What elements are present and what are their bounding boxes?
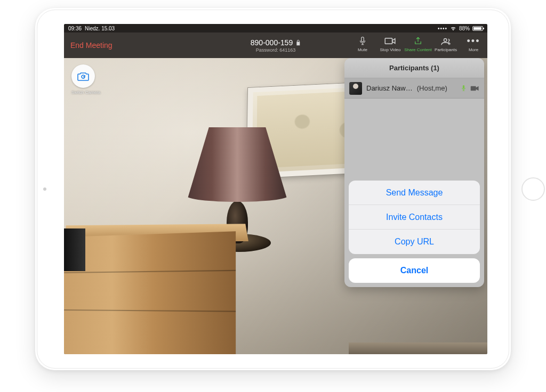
participant-row[interactable]: Dariusz Naw… (Host,me) <box>344 78 484 99</box>
status-date: Niedz. 15.03 <box>85 26 115 31</box>
more-icon: ••• <box>468 36 479 46</box>
more-button[interactable]: ••• More <box>460 36 487 52</box>
action-sheet: Send Message Invite Contacts Copy URL Ca… <box>349 181 480 283</box>
participants-panel: Participants (1) Dariusz Naw… (Host,me) … <box>344 58 484 287</box>
participant-name: Dariusz Naw… <box>366 84 413 92</box>
ipad-frame: 09:36 Niedz. 15.03 •••• 88% End Meeting … <box>35 8 511 370</box>
microphone-active-icon <box>460 84 467 92</box>
switch-camera-button[interactable] <box>71 64 95 88</box>
participants-panel-title: Participants (1) <box>344 58 484 78</box>
stop-video-button[interactable]: Stop Video <box>376 36 404 52</box>
lock-icon <box>296 39 301 46</box>
send-message-option[interactable]: Send Message <box>349 181 480 205</box>
more-label: More <box>469 47 478 52</box>
cellular-dots-icon: •••• <box>438 26 447 31</box>
screen: 09:36 Niedz. 15.03 •••• 88% End Meeting … <box>64 24 487 354</box>
mute-button[interactable]: Mute <box>349 36 376 52</box>
switch-camera-icon <box>77 71 90 81</box>
participants-label: Participants <box>435 47 457 52</box>
avatar <box>349 82 362 95</box>
mute-label: Mute <box>358 47 367 52</box>
camera-status-icon <box>470 85 479 92</box>
dresser <box>64 231 236 354</box>
cancel-button[interactable]: Cancel <box>349 258 480 283</box>
microphone-icon <box>357 36 368 46</box>
meeting-password: Password: 641163 <box>251 47 301 53</box>
home-button[interactable] <box>521 177 545 201</box>
share-content-button[interactable]: Share Content <box>404 36 432 52</box>
status-time: 09:36 <box>68 26 82 31</box>
front-camera-dot <box>43 187 46 191</box>
end-meeting-button[interactable]: End Meeting <box>64 41 113 50</box>
battery-percent: 88% <box>459 26 470 31</box>
wifi-icon <box>450 26 456 31</box>
stop-video-label: Stop Video <box>380 47 401 52</box>
participants-button[interactable]: Participants <box>432 36 460 52</box>
status-bar: 09:36 Niedz. 15.03 •••• 88% <box>64 24 487 32</box>
battery-icon <box>472 26 483 31</box>
video-area: Switch Camera Participants (1) Dariusz N… <box>64 58 487 354</box>
meeting-id: 890-000-159 <box>251 38 293 47</box>
participant-role: (Host,me) <box>417 84 447 92</box>
invite-contacts-option[interactable]: Invite Contacts <box>349 205 480 230</box>
meeting-toolbar: End Meeting 890-000-159 Password: 641163… <box>64 32 487 58</box>
switch-camera-label: Switch Camera <box>71 90 100 95</box>
video-camera-icon <box>384 36 396 46</box>
participants-icon <box>440 36 452 46</box>
share-content-label: Share Content <box>404 47 432 52</box>
copy-url-option[interactable]: Copy URL <box>349 230 480 254</box>
share-icon <box>412 36 424 46</box>
